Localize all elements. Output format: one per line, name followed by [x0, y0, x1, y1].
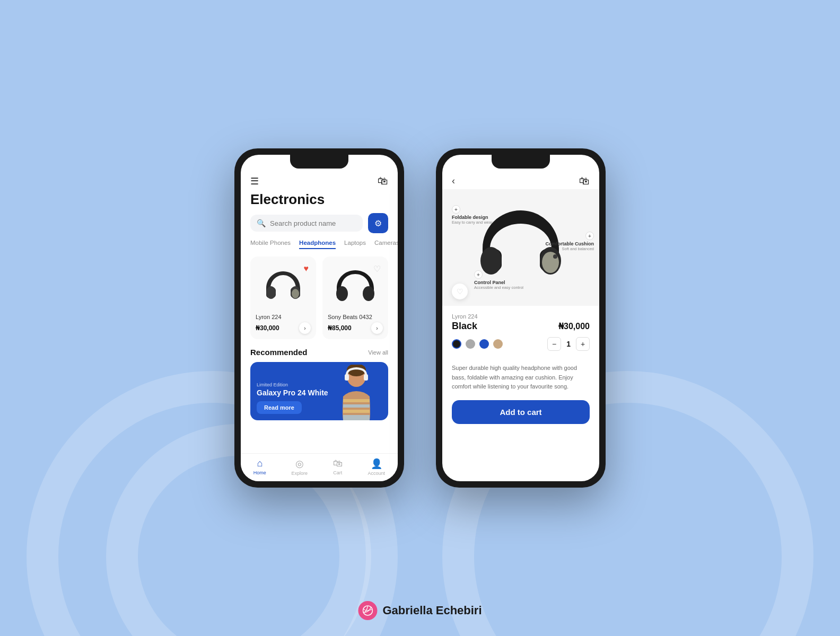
product-card-2[interactable]: ♡ Sony Beats 0432 ₦85,000 › — [322, 257, 388, 339]
dribbble-icon — [358, 601, 377, 620]
detail-name-price-row: Black ₦30,000 — [452, 321, 590, 332]
add-to-cart-button[interactable]: Add to cart — [452, 400, 590, 424]
color-option-blue[interactable] — [479, 339, 489, 349]
detail-info: Lyron 224 Black ₦30,000 − — [442, 306, 599, 431]
product-img-2: ♡ — [328, 262, 383, 310]
product-detail-price: ₦30,000 — [558, 321, 590, 331]
category-cameras[interactable]: Cameras — [374, 240, 398, 249]
color-option-gray[interactable] — [466, 339, 475, 349]
recommended-title: Recommended — [250, 348, 308, 357]
phone-2-content: ‹ 🛍 + Foldable d — [442, 155, 599, 481]
promo-edition-label: Limited Edition — [257, 382, 328, 387]
product-color-name: Black — [452, 321, 477, 332]
cart-icon[interactable]: 🛍 — [378, 175, 388, 187]
quantity-increase-button[interactable]: + — [576, 337, 590, 351]
svg-point-16 — [553, 254, 557, 259]
product-name-1: Lyron 224 — [256, 314, 311, 320]
p2-header: ‹ 🛍 — [442, 171, 599, 189]
annotation-cushion: + Comfortable Cushion Soft and balanced — [546, 232, 594, 251]
nav-home-label: Home — [253, 470, 266, 475]
wishlist-icon-1[interactable]: ♥ — [304, 264, 309, 273]
wishlist-button-detail[interactable]: ♡ — [452, 284, 468, 299]
product-model: Lyron 224 — [452, 313, 590, 320]
notch-1 — [290, 155, 348, 169]
headphone-image-1 — [262, 267, 304, 304]
recommended-header: Recommended View all — [241, 348, 398, 357]
nav-cart-label: Cart — [333, 470, 342, 475]
phone-1-screen: ☰ 🛍 Electronics 🔍 ⚙ Mob — [241, 155, 398, 481]
color-qty-row: − 1 + — [452, 337, 590, 357]
explore-icon: ◎ — [295, 458, 304, 470]
annotation-control: + Control Panel Accessible and easy cont… — [474, 270, 523, 290]
product-arrow-2[interactable]: › — [371, 322, 383, 334]
promo-product-name: Galaxy Pro 24 White — [257, 388, 328, 397]
read-more-button[interactable]: Read more — [257, 401, 302, 414]
nav-explore-label: Explore — [292, 471, 308, 476]
person-svg — [327, 365, 386, 420]
annotation-dot-cushion[interactable]: + — [585, 232, 594, 240]
account-icon: 👤 — [371, 458, 382, 470]
phones-container: ☰ 🛍 Electronics 🔍 ⚙ Mob — [234, 148, 606, 488]
categories-row: Mobile Phones Headphones Laptops Cameras… — [241, 240, 398, 249]
category-mobile-phones[interactable]: Mobile Phones — [250, 240, 291, 249]
color-options — [452, 339, 503, 349]
phone-2: ‹ 🛍 + Foldable d — [436, 148, 606, 488]
filter-button[interactable]: ⚙ — [368, 213, 388, 233]
attribution: Gabriella Echebiri — [358, 601, 482, 620]
svg-point-3 — [336, 286, 348, 301]
product-card-1[interactable]: ♥ Lyron 224 ₦30,000 › — [250, 257, 316, 339]
product-name-2: Sony Beats 0432 — [328, 314, 383, 320]
nav-account[interactable]: 👤 Account — [368, 458, 386, 476]
quantity-value: 1 — [566, 340, 571, 348]
product-price-2: ₦85,000 — [328, 324, 352, 332]
back-button[interactable]: ‹ — [452, 175, 455, 187]
svg-rect-11 — [345, 374, 349, 381]
search-box[interactable]: 🔍 — [250, 215, 363, 232]
quantity-decrease-button[interactable]: − — [547, 337, 561, 351]
category-laptops[interactable]: Laptops — [344, 240, 366, 249]
promo-text: Limited Edition Galaxy Pro 24 White Read… — [257, 382, 328, 414]
annotation-dot-foldable[interactable]: + — [452, 205, 460, 214]
search-row: 🔍 ⚙ — [241, 213, 398, 233]
wishlist-icon-2[interactable]: ♡ — [373, 264, 381, 274]
promo-banner: Limited Edition Galaxy Pro 24 White Read… — [250, 362, 388, 420]
products-row: ♥ Lyron 224 ₦30,000 › — [241, 257, 398, 339]
product-img-1: ♥ — [256, 262, 311, 310]
product-price-row-1: ₦30,000 › — [256, 322, 311, 334]
nav-explore[interactable]: ◎ Explore — [292, 458, 308, 476]
svg-point-0 — [266, 286, 276, 299]
search-input[interactable] — [270, 219, 356, 227]
svg-rect-10 — [343, 415, 370, 420]
annotation-dot-control[interactable]: + — [474, 270, 483, 279]
cart-icon-detail[interactable]: 🛍 — [579, 175, 590, 187]
search-icon: 🔍 — [257, 219, 266, 227]
phone-2-screen: ‹ 🛍 + Foldable d — [442, 155, 599, 481]
category-headphones[interactable]: Headphones — [299, 240, 336, 249]
filter-icon: ⚙ — [374, 218, 382, 228]
nav-home[interactable]: ⌂ Home — [253, 458, 266, 476]
phone-1: ☰ 🛍 Electronics 🔍 ⚙ Mob — [234, 148, 404, 488]
svg-point-4 — [363, 286, 374, 301]
notch-2 — [492, 155, 550, 169]
svg-point-2 — [292, 289, 299, 298]
svg-rect-7 — [343, 399, 370, 402]
page-title: Electronics — [241, 189, 398, 213]
product-detail-image: + Foldable design Easy to carry and wear… — [442, 189, 599, 306]
promo-person-illustration — [325, 362, 388, 420]
product-price-1: ₦30,000 — [256, 324, 279, 332]
home-icon: ⌂ — [257, 458, 262, 469]
quantity-control: − 1 + — [547, 337, 590, 351]
menu-icon[interactable]: ☰ — [250, 175, 259, 187]
product-arrow-1[interactable]: › — [299, 322, 311, 334]
attribution-name: Gabriella Echebiri — [382, 604, 482, 617]
bottom-nav: ⌂ Home ◎ Explore 🛍 Cart 👤 Account — [241, 453, 398, 481]
svg-rect-8 — [343, 404, 370, 408]
nav-cart[interactable]: 🛍 Cart — [333, 458, 343, 476]
color-option-tan[interactable] — [493, 339, 503, 349]
p1-header: ☰ 🛍 — [241, 171, 398, 189]
color-option-black[interactable] — [452, 339, 461, 349]
product-description: Super durable high quality headphone wit… — [452, 364, 590, 392]
nav-account-label: Account — [368, 471, 386, 476]
product-price-row-2: ₦85,000 › — [328, 322, 383, 334]
view-all-link[interactable]: View all — [368, 349, 388, 356]
